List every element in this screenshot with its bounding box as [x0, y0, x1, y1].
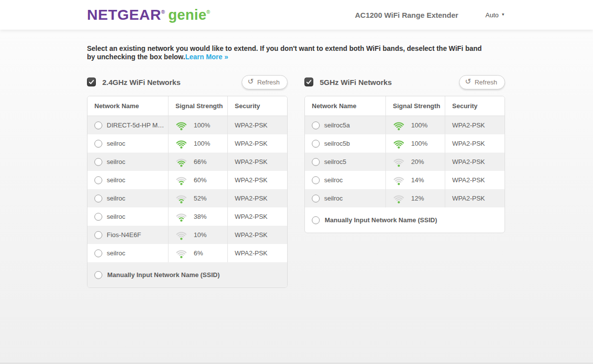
- refresh-button[interactable]: ↺ Refresh: [459, 75, 505, 89]
- wifi-signal-icon: [392, 157, 405, 167]
- instructions-text: Select an existing network you would lik…: [87, 44, 482, 61]
- security-type: WPA2-PSK: [445, 134, 505, 153]
- network-radio-button[interactable]: [94, 249, 102, 257]
- network-name: seilroc: [107, 140, 128, 147]
- network-name: seilroc: [324, 195, 346, 202]
- network-radio-button[interactable]: [94, 231, 102, 239]
- network-name: seilroc: [107, 213, 128, 220]
- network-radio-button[interactable]: [312, 176, 320, 184]
- network-radio-button[interactable]: [94, 213, 102, 221]
- netgear-genie-logo: NETGEAR® genie®: [87, 6, 210, 23]
- network-row[interactable]: seilroc 100% WPA2-PSK: [87, 134, 287, 153]
- signal-percent: 100%: [194, 140, 210, 147]
- wifi-signal-icon: [392, 193, 405, 204]
- wifi-signal-icon: [392, 175, 405, 186]
- wifi-signal-icon: [175, 211, 188, 222]
- network-name: DIRECT-5d-HP M4…: [107, 121, 168, 129]
- network-radio-button[interactable]: [94, 121, 102, 129]
- signal-strength-cell: 38%: [168, 207, 227, 226]
- wifi-signal-icon: [175, 120, 188, 131]
- network-radio-button[interactable]: [94, 158, 102, 166]
- network-radio-button[interactable]: [312, 158, 320, 166]
- network-name: seilroc: [107, 158, 128, 165]
- signal-strength-cell: 100%: [168, 134, 227, 153]
- manual-ssid-radio-button[interactable]: [312, 216, 320, 224]
- network-name-cell: seilroc: [87, 153, 168, 171]
- signal-strength-cell: 100%: [385, 116, 445, 134]
- network-row[interactable]: seilroc 52% WPA2-PSK: [87, 189, 287, 207]
- network-name-cell: Fios-N4E6F: [87, 226, 168, 244]
- genie-wordmark: genie: [169, 7, 207, 23]
- wifi-signal-icon: [175, 230, 188, 241]
- checkmark-icon: [306, 79, 312, 85]
- column-header-signal-strength: Signal Strength: [168, 96, 227, 116]
- security-type: WPA2-PSK: [445, 116, 505, 134]
- network-name-cell: seilroc: [87, 244, 168, 262]
- network-radio-button[interactable]: [312, 121, 320, 129]
- column-header-signal-strength: Signal Strength: [385, 96, 445, 116]
- band-title: 5GHz WiFi Networks: [320, 78, 392, 86]
- manual-ssid-label: Manually Input Network Name (SSID): [325, 216, 437, 224]
- table-body: DIRECT-5d-HP M4… 100% WPA2-PSK seilroc 1…: [87, 116, 287, 287]
- refresh-button[interactable]: ↺ Refresh: [242, 75, 288, 89]
- network-name: seilroc: [324, 176, 346, 184]
- network-row[interactable]: seilroc 66% WPA2-PSK: [87, 153, 287, 171]
- column-header-security: Security: [227, 96, 287, 116]
- network-table: Network Name Signal Strength Security DI…: [87, 96, 288, 288]
- network-row[interactable]: seilroc 6% WPA2-PSK: [87, 244, 287, 262]
- signal-strength-cell: 100%: [168, 116, 227, 134]
- table-header-row: Network Name Signal Strength Security: [305, 96, 505, 116]
- network-radio-button[interactable]: [312, 195, 320, 202]
- signal-strength-cell: 6%: [168, 244, 227, 262]
- network-row[interactable]: seilroc5 20% WPA2-PSK: [305, 153, 505, 171]
- network-row[interactable]: seilroc 38% WPA2-PSK: [87, 207, 287, 226]
- security-type: WPA2-PSK: [227, 189, 287, 207]
- manual-ssid-radio-button[interactable]: [94, 271, 102, 279]
- signal-strength-cell: 60%: [168, 171, 227, 189]
- network-row[interactable]: DIRECT-5d-HP M4… 100% WPA2-PSK: [87, 116, 287, 134]
- instructions-body: Select an existing network you would lik…: [87, 44, 482, 61]
- signal-percent: 38%: [194, 213, 207, 220]
- signal-strength-cell: 66%: [168, 153, 227, 171]
- network-row[interactable]: seilroc 12% WPA2-PSK: [305, 189, 505, 207]
- band-checkbox[interactable]: [87, 78, 96, 86]
- wifi-signal-icon: [175, 193, 188, 204]
- network-row[interactable]: seilroc5b 100% WPA2-PSK: [305, 134, 505, 153]
- signal-percent: 100%: [194, 121, 210, 129]
- network-table: Network Name Signal Strength Security se…: [304, 96, 505, 233]
- network-name-cell: seilroc: [87, 207, 168, 226]
- network-row[interactable]: seilroc5a 100% WPA2-PSK: [305, 116, 505, 134]
- security-type: WPA2-PSK: [227, 207, 287, 226]
- wifi-band-section: 2.4GHz WiFi Networks ↺ Refresh Network N…: [87, 75, 288, 288]
- signal-percent: 6%: [194, 249, 203, 257]
- network-name: seilroc: [107, 176, 128, 184]
- band-checkbox[interactable]: [304, 78, 313, 86]
- network-radio-button[interactable]: [312, 140, 320, 148]
- language-dropdown-value: Auto: [485, 11, 499, 19]
- signal-strength-cell: 14%: [385, 171, 445, 189]
- network-radio-button[interactable]: [94, 140, 102, 148]
- wifi-signal-icon: [392, 120, 405, 131]
- network-row[interactable]: Fios-N4E6F 10% WPA2-PSK: [87, 226, 287, 244]
- language-dropdown[interactable]: Auto ▼: [485, 11, 505, 19]
- manual-ssid-row[interactable]: Manually Input Network Name (SSID): [305, 207, 505, 233]
- signal-strength-cell: 100%: [385, 134, 445, 153]
- device-title: AC1200 WiFi Range Extender: [355, 11, 458, 19]
- network-radio-button[interactable]: [94, 176, 102, 184]
- learn-more-link[interactable]: Learn More »: [185, 53, 228, 61]
- signal-percent: 52%: [194, 195, 207, 202]
- registered-mark: ®: [161, 9, 165, 15]
- chevron-down-icon: ▼: [501, 13, 505, 17]
- band-header: 5GHz WiFi Networks ↺ Refresh: [304, 75, 505, 89]
- network-radio-button[interactable]: [94, 195, 102, 202]
- refresh-icon: ↺: [248, 78, 254, 85]
- signal-strength-cell: 10%: [168, 226, 227, 244]
- network-row[interactable]: seilroc 14% WPA2-PSK: [305, 171, 505, 189]
- network-row[interactable]: seilroc 60% WPA2-PSK: [87, 171, 287, 189]
- network-name: Fios-N4E6F: [107, 231, 144, 239]
- column-header-network-name: Network Name: [305, 96, 385, 116]
- security-type: WPA2-PSK: [227, 134, 287, 153]
- wifi-signal-icon: [175, 175, 188, 186]
- signal-percent: 66%: [194, 158, 207, 165]
- manual-ssid-row[interactable]: Manually Input Network Name (SSID): [87, 262, 287, 287]
